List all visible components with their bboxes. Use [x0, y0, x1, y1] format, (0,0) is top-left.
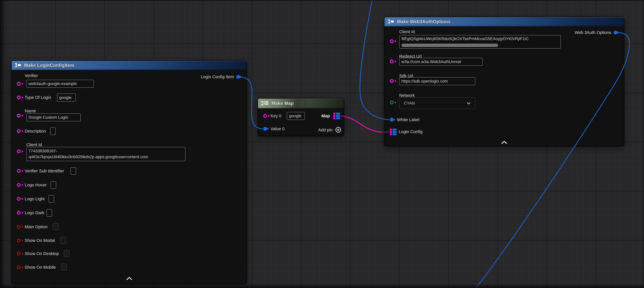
pin-description[interactable]	[17, 129, 20, 133]
canvas-edge-shade-left	[0, 0, 6, 288]
pin-label-verifier-sub-identifier: Verifier Sub Identifier	[25, 168, 64, 173]
chevron-down-icon	[467, 101, 470, 106]
pin-type-of-login[interactable]	[17, 96, 20, 99]
chevron-up-icon[interactable]	[126, 276, 132, 281]
blueprint-canvas[interactable]: Make LoginConfigItem Verifier Login Conf…	[0, 0, 644, 288]
pin-label-show-on-mobile: Show On Mobile	[25, 265, 56, 270]
pin-login-config-item-output[interactable]	[236, 75, 240, 79]
key-0-input[interactable]	[287, 112, 305, 120]
client-id-line2: q463s7kpvja16l4l0kko3nb925ikds2p.apps.go…	[28, 154, 183, 160]
pin-label-value-0: Value 0	[270, 126, 284, 131]
name-input[interactable]	[26, 113, 81, 121]
pin-logo-light[interactable]	[17, 197, 20, 201]
main-option-checkbox[interactable]	[53, 223, 58, 230]
pin-login-config[interactable]	[390, 129, 396, 136]
network-dropdown[interactable]: CYAN	[399, 97, 475, 109]
canvas-edge-shade-top	[0, 0, 644, 2]
node-header[interactable]: Make Web3AuthOptions	[384, 17, 624, 26]
show-on-desktop-checkbox[interactable]	[64, 250, 70, 257]
verifier-input[interactable]	[26, 80, 94, 88]
pin-key-0[interactable]	[263, 114, 267, 118]
pin-label-client-id: Client Id	[399, 29, 415, 34]
pin-client-id[interactable]	[390, 39, 394, 43]
pin-label-network: Network	[399, 93, 415, 98]
pin-label-verifier: Verifier	[25, 73, 38, 78]
pin-label-logo-dark: Logo Dark	[25, 210, 44, 215]
client-id-text: BEglQSgt4cUWcj6SKRdu5QkOXTsePmMcusG5EAoy…	[402, 37, 559, 41]
client-id-line1: 774338308167-	[28, 148, 183, 154]
add-pin-label: Add pin	[318, 127, 332, 132]
pin-label-type-of-login: Type Of Login	[25, 95, 51, 100]
node-title: Make Map	[272, 101, 294, 106]
pin-label-map: Map	[322, 113, 330, 118]
add-pin-icon[interactable]	[335, 127, 341, 133]
horizontal-scrollbar[interactable]	[402, 44, 498, 47]
node-make-map[interactable]: Make Map Key 0 Map Value 0 Add pin	[258, 99, 344, 136]
canvas-edge-shade-right	[643, 0, 644, 288]
node-title: Make LoginConfigItem	[24, 63, 74, 68]
pin-white-label[interactable]	[390, 118, 394, 122]
show-on-modal-checkbox[interactable]	[60, 237, 66, 244]
pin-name[interactable]	[17, 114, 20, 118]
pin-label-login-config: Login Config	[399, 129, 422, 134]
pin-show-on-mobile[interactable]	[17, 265, 20, 269]
description-input[interactable]	[50, 127, 56, 135]
pin-show-on-modal[interactable]	[17, 238, 20, 242]
pin-label-name: Name	[25, 108, 36, 113]
sdk-url-input[interactable]	[399, 77, 475, 85]
show-on-mobile-checkbox[interactable]	[61, 263, 67, 271]
pin-verifier-sub-identifier[interactable]	[17, 169, 20, 173]
node-header[interactable]: Make Map	[258, 99, 344, 108]
pin-value-0[interactable]	[263, 127, 267, 131]
pin-label-description: Description	[25, 129, 46, 134]
network-selected-value: CYAN	[404, 101, 415, 106]
pin-redirect-url[interactable]	[390, 60, 394, 63]
node-title: Make Web3AuthOptions	[397, 19, 450, 25]
pin-label-white-label: White Label	[397, 117, 420, 122]
redirect-url-input[interactable]	[399, 58, 482, 66]
pin-client-id[interactable]	[17, 149, 20, 153]
verifier-sub-identifier-input[interactable]	[70, 167, 76, 175]
pin-label-main-option: Main Option	[25, 224, 48, 229]
pin-label-show-on-modal: Show On Modal	[25, 238, 55, 243]
pin-show-on-desktop[interactable]	[17, 252, 20, 255]
node-header[interactable]: Make LoginConfigItem	[12, 61, 246, 70]
pin-logo-hover[interactable]	[17, 183, 20, 187]
pin-map-output[interactable]	[334, 113, 340, 120]
pin-sdk-url[interactable]	[390, 79, 394, 83]
pin-network[interactable]	[390, 101, 394, 104]
pin-label-logo-light: Logo Light	[25, 196, 44, 201]
pin-label-client-id: Client Id	[26, 142, 42, 147]
logo-hover-input[interactable]	[50, 181, 56, 189]
pin-logo-dark[interactable]	[17, 211, 20, 215]
type-of-login-input[interactable]	[57, 94, 76, 102]
pin-web3auth-options-output[interactable]	[614, 31, 618, 34]
pin-label-login-config-item: Login Config Item	[201, 74, 234, 79]
pin-label-key-0: Key 0	[270, 113, 281, 118]
pin-main-option[interactable]	[17, 225, 20, 229]
pin-label-web3auth-options: Web 3Auth Options	[574, 30, 611, 35]
logo-light-input[interactable]	[48, 195, 54, 203]
pin-verifier[interactable]	[17, 82, 20, 86]
make-struct-icon	[388, 19, 394, 25]
client-id-input[interactable]: 774338308167- q463s7kpvja16l4l0kko3nb925…	[26, 147, 186, 161]
canvas-edge-shade-bottom	[0, 283, 644, 288]
node-make-login-config-item[interactable]: Make LoginConfigItem Verifier Login Conf…	[12, 61, 246, 284]
logo-dark-input[interactable]	[46, 209, 52, 217]
pin-label-show-on-desktop: Show On Desktop	[25, 251, 59, 256]
chevron-up-icon[interactable]	[501, 140, 508, 145]
make-struct-icon	[15, 62, 22, 69]
pin-label-logo-hover: Logo Hover	[25, 182, 47, 187]
make-map-icon	[261, 100, 269, 107]
node-make-web3auth-options[interactable]: Make Web3AuthOptions Client Id BEglQSgt4…	[384, 17, 624, 146]
wire-map-to-loginconfig	[340, 116, 389, 132]
client-id-input[interactable]: BEglQSgt4cUWcj6SKRdu5QkOXTsePmMcusG5EAoy…	[399, 35, 561, 49]
